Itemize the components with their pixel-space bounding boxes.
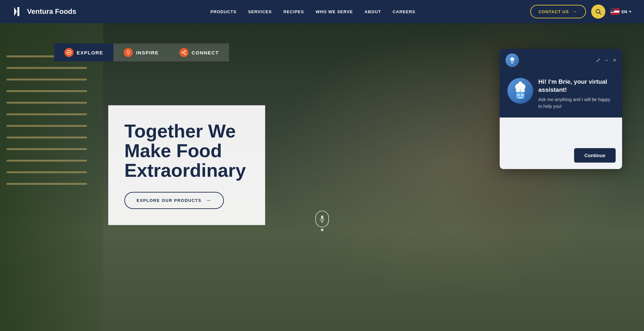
nav-right: CONTACT US → EN ▾ <box>530 5 631 19</box>
shelf-lines <box>6 55 87 185</box>
content-tabs: EXPLORE INSPIRE CONNECT <box>54 43 229 61</box>
lightbulb-icon <box>126 50 131 55</box>
inspire-tab-icon <box>124 48 133 57</box>
chatbot-header-controls: ⤢ − × <box>596 57 616 63</box>
mic-dot <box>321 229 323 231</box>
svg-point-5 <box>68 52 70 53</box>
shelf-line <box>6 183 87 185</box>
chevron-down-icon: ▾ <box>629 10 631 14</box>
shelf-line <box>6 113 87 115</box>
svg-line-3 <box>600 13 601 14</box>
tab-explore[interactable]: EXPLORE <box>54 43 113 61</box>
language-label: EN <box>621 9 627 14</box>
hero-shelf-decoration <box>0 23 103 331</box>
mic-indicator <box>315 211 329 231</box>
chatbot-mascot <box>507 78 533 104</box>
explore-tab-icon <box>64 48 73 57</box>
svg-point-30 <box>518 95 519 96</box>
explore-tab-label: EXPLORE <box>77 50 103 55</box>
shelf-line <box>6 137 87 138</box>
hero-content-box: Together We Make Food Extraordinary EXPL… <box>108 105 265 225</box>
chatbot-continue-button[interactable]: Continue <box>574 148 616 163</box>
nav-link-who-we-serve[interactable]: WHO WE SERVE <box>316 9 353 14</box>
shelf-line <box>6 102 87 104</box>
brand-name: Ventura Foods <box>27 7 76 16</box>
mic-icon[interactable] <box>315 211 329 227</box>
tab-connect[interactable]: CONNECT <box>169 43 229 61</box>
shelf-line <box>6 90 87 92</box>
svg-line-13 <box>183 53 185 54</box>
svg-rect-19 <box>511 60 514 61</box>
nav-link-services[interactable]: SERVICES <box>248 9 272 14</box>
svg-marker-0 <box>14 7 17 16</box>
chatbot-close-button[interactable]: × <box>613 57 616 63</box>
svg-rect-1 <box>17 7 19 16</box>
nav-link-recipes[interactable]: RECIPES <box>284 9 304 14</box>
shelf-line <box>6 67 87 69</box>
hero-title-line2: Make Food <box>124 140 222 161</box>
contact-us-label: CONTACT US <box>539 9 569 14</box>
svg-point-26 <box>518 81 522 85</box>
compass-icon <box>66 50 72 55</box>
svg-rect-32 <box>518 97 523 98</box>
svg-point-22 <box>513 62 514 63</box>
nav-links: PRODUCTS SERVICES RECIPES WHO WE SERVE A… <box>96 9 530 14</box>
chatbot-greeting: Hi! I'm Brie, your virtual assistant! <box>538 78 614 94</box>
nav-link-products[interactable]: PRODUCTS <box>210 9 236 14</box>
hero-title: Together We Make Food Extraordinary <box>124 121 246 180</box>
language-selector[interactable]: EN ▾ <box>610 8 631 15</box>
shelf-line <box>6 171 87 173</box>
inspire-tab-label: INSPIRE <box>136 50 159 55</box>
logo-icon <box>13 6 24 17</box>
svg-rect-15 <box>321 215 323 219</box>
shelf-line <box>6 160 87 162</box>
explore-arrow-icon: → <box>205 197 212 204</box>
explore-products-button[interactable]: EXPLORE OUR PRODUCTS → <box>124 192 224 209</box>
svg-point-34 <box>520 89 521 90</box>
navigation: Ventura Foods PRODUCTS SERVICES RECIPES … <box>0 0 644 23</box>
us-flag-icon <box>610 8 620 15</box>
chatbot-expand-button[interactable]: ⤢ <box>596 57 601 63</box>
connect-tab-icon <box>179 48 188 57</box>
chatbot-widget: ⤢ − × <box>500 49 622 169</box>
hero-title-line1: Together We <box>124 120 236 141</box>
tab-inspire[interactable]: INSPIRE <box>113 43 169 61</box>
explore-products-label: EXPLORE OUR PRODUCTS <box>137 198 201 203</box>
chatbot-mascot-icon <box>511 81 530 100</box>
chatbot-avatar-icon <box>508 56 516 64</box>
logo[interactable]: Ventura Foods <box>13 6 76 17</box>
shelf-line <box>6 125 87 127</box>
svg-line-14 <box>183 51 185 52</box>
nav-link-careers[interactable]: CAREERS <box>393 9 416 14</box>
nav-link-about[interactable]: ABOUT <box>365 9 381 14</box>
chatbot-body: Hi! I'm Brie, your virtual assistant! As… <box>500 71 622 118</box>
shelf-line <box>6 148 87 150</box>
chatbot-header-avatar <box>505 53 519 67</box>
connect-tab-label: CONNECT <box>192 50 219 55</box>
svg-point-21 <box>511 62 512 63</box>
tabs-row: EXPLORE INSPIRE CONNECT <box>54 43 229 61</box>
chatbot-input-area: Continue <box>500 118 622 169</box>
search-icon <box>595 8 601 15</box>
arrow-right-icon: → <box>572 9 578 14</box>
chatbot-subtext: Ask me anything and I will be happy to h… <box>538 96 614 110</box>
hero-title-line3: Extraordinary <box>124 160 246 181</box>
chatbot-minimize-button[interactable]: − <box>605 57 609 63</box>
svg-point-31 <box>522 95 523 96</box>
contact-us-button[interactable]: CONTACT US → <box>530 5 586 18</box>
shelf-line <box>6 79 87 80</box>
share-icon <box>181 50 187 55</box>
chatbot-header: ⤢ − × <box>500 49 622 71</box>
chatbot-intro-text: Hi! I'm Brie, your virtual assistant! As… <box>538 78 614 110</box>
svg-rect-23 <box>511 63 513 63</box>
microphone-icon <box>319 215 325 223</box>
search-button[interactable] <box>591 5 605 19</box>
